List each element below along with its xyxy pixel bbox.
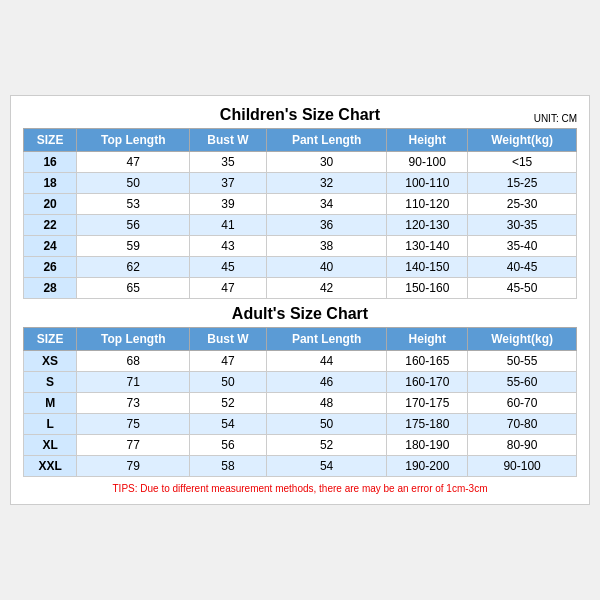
children-header-cell: Top Length: [77, 129, 190, 152]
adult-header-cell: Bust W: [190, 328, 266, 351]
table-cell: 77: [77, 435, 190, 456]
adult-header-cell: Weight(kg): [468, 328, 577, 351]
table-cell: 48: [266, 393, 387, 414]
table-cell: 52: [190, 393, 266, 414]
table-row: XL775652180-19080-90: [24, 435, 577, 456]
table-cell: 30: [266, 152, 387, 173]
table-cell: L: [24, 414, 77, 435]
table-cell: 40-45: [468, 257, 577, 278]
table-cell: 25-30: [468, 194, 577, 215]
table-row: XS684744160-16550-55: [24, 351, 577, 372]
table-row: L755450175-18070-80: [24, 414, 577, 435]
table-cell: 26: [24, 257, 77, 278]
table-cell: XS: [24, 351, 77, 372]
table-cell: 47: [190, 351, 266, 372]
table-cell: 45: [190, 257, 266, 278]
table-cell: 71: [77, 372, 190, 393]
table-cell: 42: [266, 278, 387, 299]
children-header-cell: Bust W: [190, 129, 266, 152]
table-cell: 45-50: [468, 278, 577, 299]
table-cell: 24: [24, 236, 77, 257]
table-cell: 79: [77, 456, 190, 477]
table-cell: 47: [190, 278, 266, 299]
table-cell: 180-190: [387, 435, 468, 456]
table-cell: 70-80: [468, 414, 577, 435]
table-cell: 170-175: [387, 393, 468, 414]
table-cell: 175-180: [387, 414, 468, 435]
table-row: S715046160-17055-60: [24, 372, 577, 393]
children-title-row: Children's Size Chart UNIT: CM: [23, 106, 577, 124]
table-cell: 37: [190, 173, 266, 194]
table-cell: 43: [190, 236, 266, 257]
table-cell: 150-160: [387, 278, 468, 299]
adult-size-table: SIZETop LengthBust WPant LengthHeightWei…: [23, 327, 577, 477]
adult-header-cell: Pant Length: [266, 328, 387, 351]
adult-title-row: Adult's Size Chart: [23, 305, 577, 323]
table-cell: M: [24, 393, 77, 414]
table-cell: 90-100: [387, 152, 468, 173]
table-cell: 53: [77, 194, 190, 215]
table-row: 22564136120-13030-35: [24, 215, 577, 236]
adult-header-row: SIZETop LengthBust WPant LengthHeightWei…: [24, 328, 577, 351]
table-cell: 34: [266, 194, 387, 215]
table-cell: 80-90: [468, 435, 577, 456]
table-row: XXL795854190-20090-100: [24, 456, 577, 477]
table-cell: 56: [190, 435, 266, 456]
table-cell: 50-55: [468, 351, 577, 372]
table-cell: 160-165: [387, 351, 468, 372]
table-cell: 62: [77, 257, 190, 278]
table-cell: 35: [190, 152, 266, 173]
table-cell: 59: [77, 236, 190, 257]
table-cell: 55-60: [468, 372, 577, 393]
table-cell: 36: [266, 215, 387, 236]
children-header-cell: Height: [387, 129, 468, 152]
table-cell: 15-25: [468, 173, 577, 194]
table-cell: 16: [24, 152, 77, 173]
table-cell: 52: [266, 435, 387, 456]
table-cell: 56: [77, 215, 190, 236]
table-row: 28654742150-16045-50: [24, 278, 577, 299]
table-cell: 58: [190, 456, 266, 477]
table-cell: 47: [77, 152, 190, 173]
table-row: 26624540140-15040-45: [24, 257, 577, 278]
table-cell: 44: [266, 351, 387, 372]
table-cell: 39: [190, 194, 266, 215]
table-cell: 20: [24, 194, 77, 215]
table-cell: 75: [77, 414, 190, 435]
table-cell: 28: [24, 278, 77, 299]
table-cell: 100-110: [387, 173, 468, 194]
table-row: 18503732100-11015-25: [24, 173, 577, 194]
children-header-cell: SIZE: [24, 129, 77, 152]
children-header-cell: Pant Length: [266, 129, 387, 152]
table-cell: 46: [266, 372, 387, 393]
table-cell: 54: [190, 414, 266, 435]
table-cell: S: [24, 372, 77, 393]
table-cell: 160-170: [387, 372, 468, 393]
table-row: 24594338130-14035-40: [24, 236, 577, 257]
children-header-row: SIZETop LengthBust WPant LengthHeightWei…: [24, 129, 577, 152]
unit-label: UNIT: CM: [534, 113, 577, 124]
table-cell: 38: [266, 236, 387, 257]
adult-header-cell: SIZE: [24, 328, 77, 351]
table-cell: XXL: [24, 456, 77, 477]
table-cell: <15: [468, 152, 577, 173]
table-cell: 54: [266, 456, 387, 477]
table-cell: 41: [190, 215, 266, 236]
table-row: M735248170-17560-70: [24, 393, 577, 414]
adult-header-cell: Top Length: [77, 328, 190, 351]
table-cell: 140-150: [387, 257, 468, 278]
table-cell: 35-40: [468, 236, 577, 257]
table-cell: 65: [77, 278, 190, 299]
table-cell: 50: [77, 173, 190, 194]
adult-header-cell: Height: [387, 328, 468, 351]
table-row: 20533934110-12025-30: [24, 194, 577, 215]
table-cell: 60-70: [468, 393, 577, 414]
adult-chart-title: Adult's Size Chart: [232, 305, 368, 323]
chart-container: Children's Size Chart UNIT: CM SIZETop L…: [10, 95, 590, 505]
table-cell: 73: [77, 393, 190, 414]
table-cell: 40: [266, 257, 387, 278]
table-cell: 18: [24, 173, 77, 194]
table-cell: 68: [77, 351, 190, 372]
children-header-cell: Weight(kg): [468, 129, 577, 152]
table-cell: 90-100: [468, 456, 577, 477]
